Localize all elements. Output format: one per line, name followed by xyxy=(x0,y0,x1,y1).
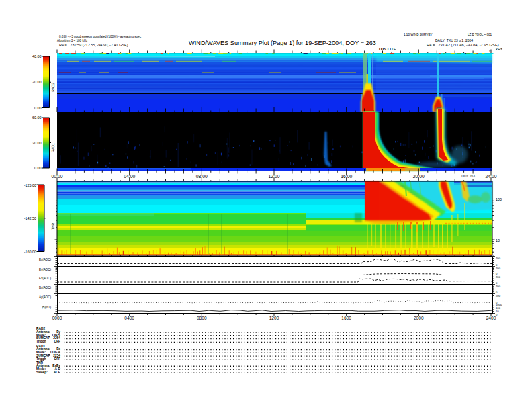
svg-text:Algorithm 3 = 100 kHz: Algorithm 3 = 100 kHz xyxy=(57,39,88,42)
svg-text:Ex(ADC): Ex(ADC) xyxy=(39,258,52,261)
svg-text:RAD1: RAD1 xyxy=(51,143,55,152)
svg-text:200: 200 xyxy=(496,275,501,279)
svg-text:LZ B TOOL = 601: LZ B TOOL = 601 xyxy=(468,33,492,36)
svg-text:1.10 WIND SURVEY: 1.10 WIND SURVEY xyxy=(404,33,433,36)
svg-text:Ez(ADC): Ez(ADC) xyxy=(39,277,52,280)
svg-text:0000: 0000 xyxy=(52,316,62,320)
svg-text:Ay(ADC): Ay(ADC) xyxy=(39,295,52,299)
svg-text:ACE: ACE xyxy=(54,371,61,374)
svg-text:TNR: TNR xyxy=(51,222,55,230)
svg-text:0400: 0400 xyxy=(124,316,134,320)
svg-text:Sweep:: Sweep: xyxy=(36,371,48,374)
svg-text:Re = 232.59 (212.55, -94.90,: Re = 232.59 (212.55, -94.90, -7.41 GSE) xyxy=(59,43,128,47)
svg-text:200: 200 xyxy=(496,267,501,270)
svg-text:1600: 1600 xyxy=(341,316,351,320)
svg-text:OFF: OFF xyxy=(54,340,60,343)
svg-text:60.00: 60.00 xyxy=(32,116,42,120)
svg-text:200: 200 xyxy=(496,285,501,288)
svg-text:OFF: OFF xyxy=(54,357,60,361)
svg-text:0.00: 0.00 xyxy=(34,166,42,170)
svg-text:DOY 263: DOY 263 xyxy=(461,175,475,178)
svg-text:-125.00: -125.00 xyxy=(24,183,36,187)
svg-text:TDS LITE: TDS LITE xyxy=(378,47,396,51)
svg-text:0.030 -> 3 good sweeps populat: 0.030 -> 3 good sweeps populated (100%) … xyxy=(59,35,142,38)
svg-text:-142.50: -142.50 xyxy=(24,216,36,220)
svg-text:Triggh: Triggh xyxy=(36,340,46,343)
svg-text:-160.00: -160.00 xyxy=(24,250,36,254)
svg-text:Re = 231.42 (211.46, -93.84,: Re = 231.42 (211.46, -93.84, -7.95 GSE) xyxy=(427,43,499,47)
svg-text:2000: 2000 xyxy=(414,316,424,320)
svg-text:Triggh: Triggh xyxy=(36,357,46,361)
svg-text:30.00: 30.00 xyxy=(32,141,42,145)
svg-text:0800: 0800 xyxy=(197,316,207,320)
svg-text:|B|(nT): |B|(nT) xyxy=(42,306,51,309)
svg-text:DAILY TXU 23 p 1, 2004: DAILY TXU 23 p 1, 2004 xyxy=(435,38,473,42)
svg-text:40.00: 40.00 xyxy=(32,54,42,58)
svg-text:kHz: kHz xyxy=(496,47,502,51)
svg-text:100: 100 xyxy=(496,197,502,201)
svg-text:Ey(ADC): Ey(ADC) xyxy=(39,268,52,271)
svg-text:20.00: 20.00 xyxy=(32,80,42,84)
svg-text:RAD2: RAD2 xyxy=(51,83,55,92)
svg-text:10: 10 xyxy=(496,238,500,242)
svg-text:1200: 1200 xyxy=(269,316,279,320)
svg-text:0.00: 0.00 xyxy=(34,106,42,110)
svg-text:200: 200 xyxy=(496,257,501,260)
svg-text:Bx(ADC): Bx(ADC) xyxy=(39,286,52,289)
svg-text:200: 200 xyxy=(496,294,501,298)
svg-text:WIND/WAVES Summary Plot (Page: WIND/WAVES Summary Plot (Page 1) for 19-… xyxy=(189,40,376,46)
svg-text:2400: 2400 xyxy=(486,316,496,320)
